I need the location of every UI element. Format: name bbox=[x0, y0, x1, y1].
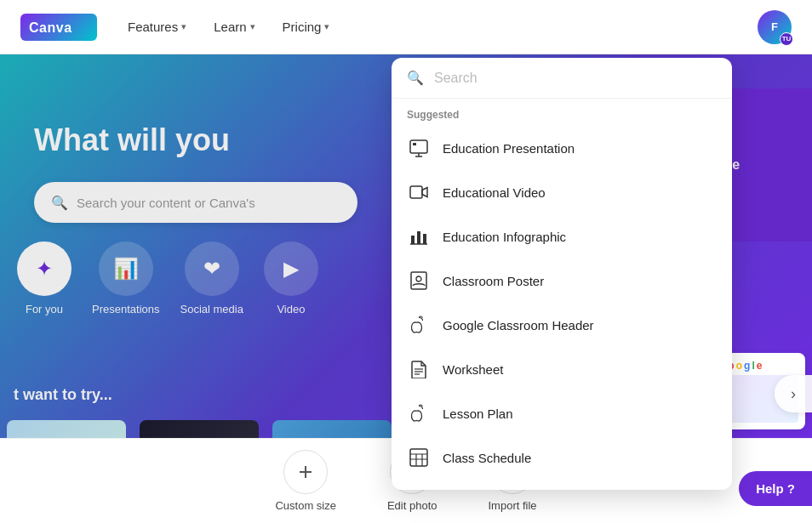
education-infographic-label: Education Infographic bbox=[443, 230, 566, 244]
features-label: Features bbox=[128, 20, 178, 34]
svg-rect-15 bbox=[410, 449, 427, 466]
navbar: Canva Features ▾ Learn ▾ Pricing ▾ F TU bbox=[0, 0, 812, 54]
poster-icon bbox=[407, 269, 431, 293]
learn-chevron-icon: ▾ bbox=[250, 21, 255, 32]
avatar-initials: F bbox=[771, 20, 778, 33]
google-classroom-header-label: Google Classroom Header bbox=[443, 318, 594, 333]
dropdown-item-group-work[interactable]: Group Work bbox=[392, 480, 732, 490]
dropdown-scroll-area[interactable]: Suggested Education Presentation bbox=[392, 99, 732, 490]
help-button[interactable]: Help ? bbox=[739, 471, 812, 506]
pricing-label: Pricing bbox=[283, 20, 322, 34]
educational-video-label: Educational Video bbox=[443, 185, 546, 200]
main-area: What will you 🔍 Search your content or C… bbox=[0, 54, 812, 523]
dropdown-item-education-infographic[interactable]: Education Infographic bbox=[392, 214, 732, 259]
svg-rect-5 bbox=[410, 186, 422, 198]
features-chevron-icon: ▾ bbox=[181, 21, 186, 32]
apple-icon bbox=[407, 313, 431, 337]
dropdown-item-education-presentation[interactable]: Education Presentation bbox=[392, 126, 732, 170]
custom-size-label: Custom size bbox=[275, 499, 336, 512]
lesson-plan-label: Lesson Plan bbox=[443, 406, 513, 421]
svg-rect-8 bbox=[423, 234, 426, 244]
search-input-row: 🔍 bbox=[392, 58, 732, 99]
video-icon bbox=[407, 180, 431, 204]
features-nav-item[interactable]: Features ▾ bbox=[117, 14, 197, 39]
dropdown-item-class-schedule[interactable]: Class Schedule bbox=[392, 435, 732, 480]
classroom-poster-label: Classroom Poster bbox=[443, 274, 544, 288]
edit-photo-label: Edit photo bbox=[387, 499, 437, 512]
svg-rect-1 bbox=[410, 140, 427, 153]
doc-icon bbox=[407, 357, 431, 381]
grid-icon bbox=[407, 446, 431, 469]
custom-size-button[interactable]: Custom size bbox=[275, 450, 336, 512]
chart-icon bbox=[407, 225, 431, 248]
pricing-chevron-icon: ▾ bbox=[324, 21, 329, 32]
help-label: Help ? bbox=[756, 481, 795, 496]
class-schedule-label: Class Schedule bbox=[443, 451, 531, 465]
search-dropdown-icon: 🔍 bbox=[407, 70, 424, 86]
dropdown-item-classroom-poster[interactable]: Classroom Poster bbox=[392, 259, 732, 303]
svg-rect-6 bbox=[411, 236, 415, 244]
svg-rect-7 bbox=[417, 231, 420, 244]
learn-label: Learn bbox=[214, 20, 246, 34]
avatar[interactable]: F TU bbox=[758, 10, 792, 44]
next-arrow-button[interactable]: › bbox=[775, 375, 812, 412]
lesson-apple-icon bbox=[407, 401, 431, 425]
avatar-badge: TU bbox=[780, 32, 793, 46]
learn-nav-item[interactable]: Learn ▾ bbox=[203, 14, 265, 39]
pricing-nav-item[interactable]: Pricing ▾ bbox=[272, 14, 340, 39]
worksheet-label: Worksheet bbox=[443, 362, 503, 377]
svg-rect-4 bbox=[413, 143, 416, 145]
dropdown-item-google-classroom-header[interactable]: Google Classroom Header bbox=[392, 303, 732, 347]
canva-logo[interactable]: Canva bbox=[20, 14, 97, 41]
education-presentation-label: Education Presentation bbox=[443, 141, 575, 156]
search-input[interactable] bbox=[434, 71, 717, 86]
svg-text:Canva: Canva bbox=[29, 20, 72, 35]
dropdown-item-lesson-plan[interactable]: Lesson Plan bbox=[392, 391, 732, 435]
search-dropdown: 🔍 Suggested Education Presentation bbox=[392, 58, 732, 490]
presentation-icon bbox=[407, 136, 431, 160]
svg-point-11 bbox=[416, 276, 421, 281]
dropdown-item-worksheet[interactable]: Worksheet bbox=[392, 347, 732, 391]
dropdown-item-educational-video[interactable]: Educational Video bbox=[392, 170, 732, 214]
import-file-label: Import file bbox=[489, 499, 537, 512]
custom-size-icon bbox=[283, 450, 328, 494]
svg-rect-10 bbox=[411, 272, 426, 289]
suggested-label: Suggested bbox=[392, 99, 732, 126]
